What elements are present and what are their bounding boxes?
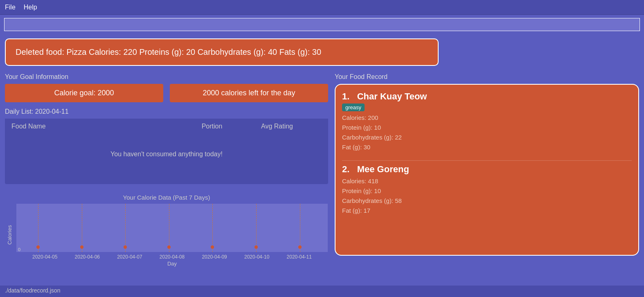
food-record-separator: [342, 160, 632, 161]
food-item-1-index: 1.: [342, 91, 349, 101]
calorie-goal-box: Calorie goal: 2000: [5, 84, 163, 102]
food-item-2-carbs: Carbohydrates (g): 58: [342, 196, 632, 206]
status-bar-text: ./data/foodrecord.json: [5, 287, 60, 294]
x-label-5: 2020-04-10: [244, 254, 269, 260]
food-item-1-carbs: Carbohydrates (g): 22: [342, 133, 632, 142]
col-header-portion: Portion: [191, 123, 232, 130]
chart-dot-7: [298, 245, 302, 249]
menu-file[interactable]: File: [5, 4, 16, 11]
x-label-2: 2020-04-07: [117, 254, 142, 260]
chart-dot-5: [211, 245, 214, 249]
chart-line-4: [169, 204, 169, 252]
food-item-1-protein: Protein (g): 10: [342, 123, 632, 133]
food-item-2-protein: Protein (g): 10: [342, 186, 632, 196]
chart-line-6: [256, 204, 257, 252]
food-record-box: 1. Char Kuay Teow greasy Calories: 200 P…: [335, 84, 639, 256]
col-header-avg-rating: Avg Rating: [232, 123, 322, 130]
daily-list-title: Daily List: 2020-04-11: [5, 108, 328, 115]
x-label-4: 2020-04-09: [202, 254, 227, 260]
left-panel: Your Goal Information Calorie goal: 2000…: [5, 72, 328, 267]
chart-title: Your Calorie Data (Past 7 Days): [5, 194, 328, 201]
chart-dot-3: [124, 245, 127, 249]
x-label-1: 2020-04-06: [75, 254, 100, 260]
chart-zero: 0: [18, 247, 20, 252]
search-bar-container: [0, 15, 644, 34]
chart-plot-area: 0 2020-04-05 2020-04-06 2020-04-07 2020-…: [16, 203, 328, 267]
chart-line-7: [300, 204, 300, 252]
food-item-1-title: 1. Char Kuay Teow: [342, 91, 632, 102]
daily-list-header: Food Name Portion Avg Rating: [5, 119, 328, 134]
right-panel: Your Food Record 1. Char Kuay Teow greas…: [335, 72, 639, 267]
chart-line-1: [38, 204, 38, 252]
daily-list-container: Food Name Portion Avg Rating You haven't…: [5, 119, 328, 184]
notification-banner: Deleted food: Pizza Calories: 220 Protei…: [5, 38, 439, 66]
chart-line-2: [82, 204, 82, 252]
food-item-2-calories: Calories: 418: [342, 176, 632, 186]
chart-x-labels: 2020-04-05 2020-04-06 2020-04-07 2020-04…: [16, 252, 328, 260]
notification-text: Deleted food: Pizza Calories: 220 Protei…: [16, 47, 321, 56]
food-item-1-fat: Fat (g): 30: [342, 142, 632, 152]
food-record-title: Your Food Record: [335, 73, 639, 81]
food-item-1-calories: Calories: 200: [342, 113, 632, 123]
chart-x-day-label: Day: [16, 261, 328, 267]
status-bar: ./data/foodrecord.json: [0, 286, 644, 297]
calories-left-box: 2000 calories left for the day: [170, 84, 328, 102]
empty-message: You haven't consumed anything today!: [5, 134, 328, 174]
x-label-3: 2020-04-08: [160, 254, 185, 260]
chart-inner: 0: [16, 203, 328, 252]
food-item-2-index: 2.: [342, 164, 349, 174]
goal-section-title: Your Goal Information: [5, 73, 328, 81]
main-content: Your Goal Information Calorie goal: 2000…: [0, 70, 644, 268]
x-label-0: 2020-04-05: [32, 254, 57, 260]
chart-dot-6: [254, 245, 258, 249]
search-input[interactable]: [4, 18, 640, 31]
chart-y-label: Calories: [5, 203, 14, 267]
food-item-2-title: 2. Mee Goreng: [342, 164, 632, 175]
goal-row: Calorie goal: 2000 2000 calories left fo…: [5, 84, 328, 102]
chart-dot-2: [80, 245, 83, 249]
chart-dot-4: [167, 245, 171, 249]
chart-area: Calories: [5, 203, 328, 267]
food-item-2-name: Mee Goreng: [357, 164, 409, 174]
chart-line-5: [212, 204, 213, 252]
menu-help[interactable]: Help: [24, 4, 37, 11]
chart-line-3: [125, 204, 126, 252]
food-item-2-fat: Fat (g): 17: [342, 206, 632, 216]
food-item-1-name: Char Kuay Teow: [357, 91, 427, 101]
food-item-1-tag: greasy: [342, 104, 365, 111]
chart-container: Your Calorie Data (Past 7 Days) Calories: [5, 190, 328, 267]
chart-dot-1: [36, 245, 40, 249]
food-record-item-1: 1. Char Kuay Teow greasy Calories: 200 P…: [342, 91, 632, 156]
x-label-6: 2020-04-11: [287, 254, 312, 260]
food-item-1-tag-container: greasy: [342, 104, 632, 113]
menu-bar: File Help: [0, 0, 644, 15]
food-record-item-2: 2. Mee Goreng Calories: 418 Protein (g):…: [342, 164, 632, 220]
col-header-food-name: Food Name: [11, 123, 191, 130]
